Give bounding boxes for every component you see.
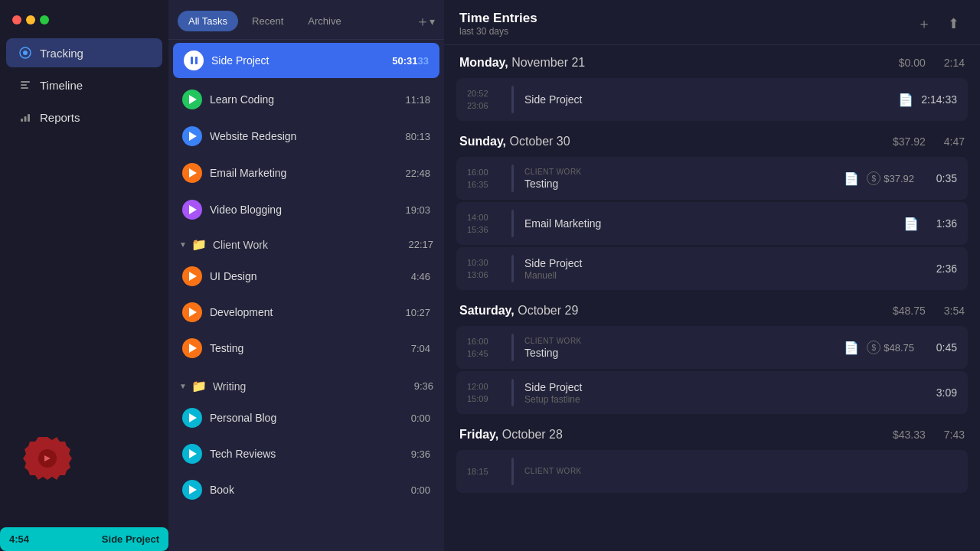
time-entry[interactable]: 20:52 23:06 Side Project 📄 2:14:33: [456, 78, 968, 121]
day-amount: $43.33: [893, 429, 926, 441]
entry-info: Email Marketing: [524, 217, 896, 230]
export-button[interactable]: ⬆: [942, 12, 965, 35]
task-name: Development: [210, 306, 405, 318]
sidebar-bottom: 4:54 Side Project Steamspowered: [0, 416, 168, 551]
tab-all-tasks[interactable]: All Tasks: [178, 11, 238, 31]
add-task-button[interactable]: ＋ ▾: [416, 12, 435, 31]
play-button[interactable]: [182, 480, 202, 500]
task-item-testing[interactable]: Testing 7:04: [172, 331, 441, 366]
entry-duration: 1:36: [926, 217, 957, 230]
play-button[interactable]: [182, 266, 202, 286]
time-entry[interactable]: 16:00 16:35 CLIENT WORK Testing 📄 $ $37.…: [456, 157, 968, 200]
play-icon: [189, 413, 197, 422]
folder-header-client-work[interactable]: ▼ 📁 Client Work 22:17: [168, 231, 444, 258]
entry-category: CLIENT WORK: [524, 467, 926, 475]
time-entry[interactable]: 10:30 13:06 Side Project Manuell 2:36: [456, 247, 968, 290]
day-section-sun-oct-30: Sunday, October 30 $37.92 4:47 16:00 16:…: [456, 124, 968, 290]
entry-times: 10:30 13:06: [467, 256, 504, 282]
task-item-tech-reviews[interactable]: Tech Reviews 9:36: [172, 436, 441, 471]
task-item-book[interactable]: Book 0:00: [172, 472, 441, 507]
play-button[interactable]: [182, 338, 202, 358]
entry-times: 12:00 15:09: [467, 380, 504, 406]
time-entry[interactable]: 18:15 CLIENT WORK: [456, 450, 968, 493]
sidebar-item-timeline[interactable]: Timeline: [6, 70, 162, 99]
amount-value: $37.92: [884, 173, 914, 184]
entry-category: CLIENT WORK: [524, 337, 836, 345]
close-dot[interactable]: [12, 15, 21, 24]
tab-recent[interactable]: Recent: [241, 11, 294, 31]
task-name: Personal Blog: [210, 412, 411, 424]
task-item-video-blogging[interactable]: Video Blogging 19:03: [172, 192, 441, 227]
chevron-down-icon[interactable]: ▾: [430, 15, 435, 28]
folder-writing: ▼ 📁 Writing 9:36 Personal Blog 0:00 Tech…: [168, 370, 444, 511]
sidebar-tracking-label: Tracking: [40, 47, 83, 60]
play-icon: [189, 205, 197, 214]
play-button[interactable]: [182, 408, 202, 428]
entry-divider: [511, 165, 514, 192]
sidebar-item-tracking[interactable]: Tracking: [6, 38, 162, 67]
time-entries-title: Time Entries: [459, 11, 913, 26]
task-item-email-marketing[interactable]: Email Marketing 22:48: [172, 155, 441, 191]
dollar-badge: $: [867, 171, 880, 185]
entry-duration: 2:14:33: [921, 93, 957, 106]
active-task-item[interactable]: Side Project 50:3133: [173, 43, 439, 78]
task-item-development[interactable]: Development 10:27: [172, 295, 441, 330]
tracking-icon: [18, 46, 32, 60]
maximize-dot[interactable]: [40, 15, 49, 24]
play-button[interactable]: [182, 90, 202, 109]
day-time: 3:54: [944, 305, 965, 317]
day-header: Friday, October 28 $43.33 7:43: [456, 417, 968, 448]
svg-rect-4: [21, 87, 28, 89]
play-icon: [189, 344, 197, 353]
folder-header-writing[interactable]: ▼ 📁 Writing 9:36: [168, 373, 444, 399]
play-button[interactable]: [182, 126, 202, 146]
day-amount: $48.75: [893, 305, 926, 317]
pause-button[interactable]: [184, 51, 204, 70]
minimize-dot[interactable]: [26, 15, 35, 24]
timer-bar[interactable]: 4:54 Side Project: [0, 527, 168, 551]
add-entry-button[interactable]: ＋: [913, 12, 936, 35]
entry-times: 16:00 16:45: [467, 335, 504, 360]
task-name: Testing: [210, 342, 411, 354]
task-item-website-redesign[interactable]: Website Redesign 80:13: [172, 119, 441, 154]
plus-icon: ＋: [416, 12, 430, 31]
day-stats: $37.92 4:47: [893, 135, 965, 148]
sidebar-reports-label: Reports: [40, 111, 80, 124]
tasks-panel: All Tasks Recent Archive ＋ ▾ Side Projec…: [168, 0, 444, 551]
task-time: 9:36: [411, 448, 430, 460]
time-entry[interactable]: 16:00 16:45 CLIENT WORK Testing 📄 $ $48.…: [456, 326, 968, 369]
task-time: 11:18: [405, 94, 430, 106]
folder-client-work: ▼ 📁 Client Work 22:17 UI Design 4:46 Dev…: [168, 228, 444, 370]
play-button[interactable]: [182, 302, 202, 322]
entry-duration: 2:36: [926, 262, 957, 275]
play-button[interactable]: [182, 444, 202, 464]
task-name: Video Blogging: [210, 204, 405, 216]
entry-divider: [511, 86, 514, 113]
timeline-icon: [18, 78, 32, 92]
folder-time: 9:36: [414, 380, 433, 392]
task-item-ui-design[interactable]: UI Design 4:46: [172, 259, 441, 294]
entry-times: 18:15: [467, 465, 504, 478]
day-title: Friday, October 28: [459, 428, 563, 442]
play-icon: [189, 132, 197, 141]
timer-project: Side Project: [102, 533, 159, 545]
svg-rect-5: [21, 119, 23, 122]
gear-icon: [17, 429, 78, 494]
svg-point-1: [23, 51, 28, 55]
task-time: 22:48: [405, 168, 430, 179]
play-icon: [189, 308, 197, 317]
play-button[interactable]: [182, 200, 202, 220]
day-stats: $43.33 7:43: [893, 429, 965, 441]
svg-rect-3: [21, 84, 27, 86]
play-button[interactable]: [182, 163, 202, 183]
tab-archive[interactable]: Archive: [297, 11, 351, 31]
entry-times: 14:00 15:36: [467, 211, 504, 236]
time-entry[interactable]: 12:00 15:09 Side Project Setup fastline …: [456, 371, 968, 414]
sidebar-item-reports[interactable]: Reports: [6, 103, 162, 132]
time-entry[interactable]: 14:00 15:36 Email Marketing 📄 1:36: [456, 202, 968, 245]
folder-arrow-icon: ▼: [179, 240, 187, 249]
task-item-learn-coding[interactable]: Learn Coding 11:18: [172, 82, 441, 117]
timer-display: 4:54: [9, 533, 29, 545]
task-time: 80:13: [405, 131, 430, 142]
task-item-personal-blog[interactable]: Personal Blog 0:00: [172, 400, 441, 435]
